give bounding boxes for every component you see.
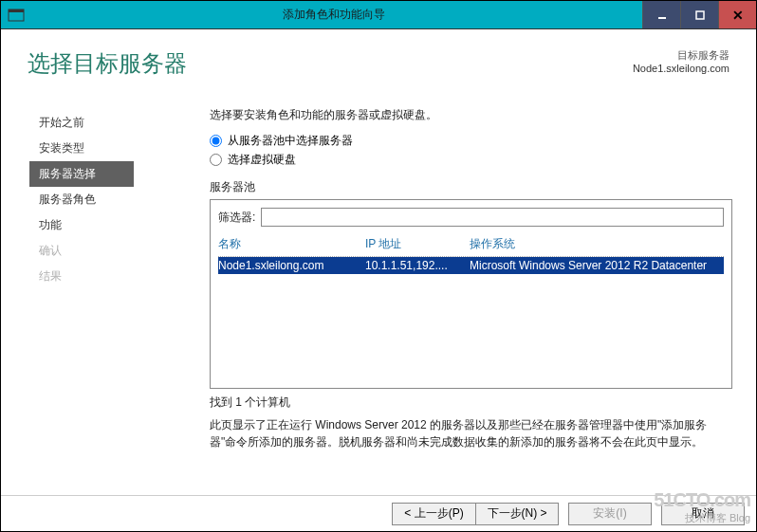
window-controls: ✕ [642,1,756,28]
column-os[interactable]: 操作系统 [470,236,724,252]
watermark-sub: 技术博客 Blog [654,511,750,525]
sidebar-item-install-type[interactable]: 安装类型 [39,136,172,161]
filter-input[interactable] [261,208,724,227]
sidebar-item-features[interactable]: 功能 [39,212,172,238]
sidebar-item-server-selection[interactable]: 服务器选择 [29,161,134,187]
svg-rect-1 [9,9,24,12]
minimize-button[interactable] [642,1,680,28]
close-icon: ✕ [732,8,744,23]
server-pool-label: 服务器池 [210,179,732,195]
window-title: 添加角色和功能向导 [26,7,642,23]
watermark: 51CTO.com 技术博客 Blog [654,489,750,525]
maximize-button[interactable] [680,1,718,28]
column-ip[interactable]: IP 地址 [365,236,470,252]
sidebar-item-before-begin[interactable]: 开始之前 [39,110,172,136]
page-title: 选择目标服务器 [28,48,187,79]
radio-server-pool-label: 从服务器池中选择服务器 [228,133,353,149]
sidebar-item-confirm: 确认 [39,238,172,264]
titlebar[interactable]: 添加角色和功能向导 ✕ [1,1,756,29]
previous-button[interactable]: < 上一步(P) [392,503,475,525]
cell-os: Microsoft Windows Server 2012 R2 Datacen… [470,259,724,272]
table-body[interactable]: Node1.sxleilong.com 10.1.1.51,192.... Mi… [218,257,724,380]
install-button: 安装(I) [568,503,652,525]
radio-group: 从服务器池中选择服务器 选择虚拟硬盘 [210,133,732,168]
filter-row: 筛选器: [218,208,724,227]
watermark-brand: 51CTO.com [654,489,750,511]
description-text: 此页显示了正在运行 Windows Server 2012 的服务器以及那些已经… [210,416,732,450]
footer: < 上一步(P) 下一步(N) > 安装(I) 取消 [1,495,756,531]
header: 选择目标服务器 目标服务器 Node1.sxleilong.com [1,29,756,88]
destination-info: 目标服务器 Node1.sxleilong.com [633,48,729,74]
svg-rect-3 [696,11,704,19]
instruction-text: 选择要安装角色和功能的服务器或虚拟硬盘。 [210,107,732,123]
filter-label: 筛选器: [218,210,255,226]
minimize-icon [657,10,667,20]
cell-name: Node1.sxleilong.com [218,259,365,272]
next-button[interactable]: 下一步(N) > [475,503,559,525]
cell-ip: 10.1.1.51,192.... [365,259,470,272]
nav-button-group: < 上一步(P) 下一步(N) > [392,503,559,525]
found-count: 找到 1 个计算机 [210,394,732,411]
radio-vhd-input[interactable] [210,154,222,166]
maximize-icon [695,10,705,20]
sidebar-item-results: 结果 [39,264,172,289]
radio-server-pool-input[interactable] [210,135,222,147]
radio-server-pool[interactable]: 从服务器池中选择服务器 [210,133,732,149]
main-body: 开始之前 安装类型 服务器选择 服务器角色 功能 确认 结果 选择要安装角色和功… [1,96,756,493]
server-pool-box: 筛选器: 名称 IP 地址 操作系统 Node1.sxleilong.com 1… [210,199,732,389]
sidebar: 开始之前 安装类型 服务器选择 服务器角色 功能 确认 结果 [1,96,172,493]
radio-vhd[interactable]: 选择虚拟硬盘 [210,152,732,168]
close-button[interactable]: ✕ [718,1,756,28]
sidebar-item-server-roles[interactable]: 服务器角色 [39,187,172,212]
table-header: 名称 IP 地址 操作系统 [218,236,724,257]
table-row[interactable]: Node1.sxleilong.com 10.1.1.51,192.... Mi… [218,257,724,274]
main-panel: 选择要安装角色和功能的服务器或虚拟硬盘。 从服务器池中选择服务器 选择虚拟硬盘 … [172,96,756,493]
app-icon [7,6,26,25]
destination-label: 目标服务器 [633,48,729,63]
radio-vhd-label: 选择虚拟硬盘 [228,152,296,168]
destination-server: Node1.sxleilong.com [633,63,729,74]
column-name[interactable]: 名称 [218,236,365,252]
